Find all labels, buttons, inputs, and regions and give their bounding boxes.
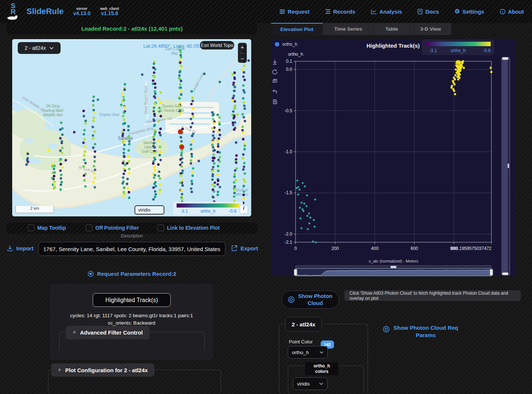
map-data-point (213, 162, 215, 165)
checkbox-link-elevation-plot[interactable]: Link to Elevation Plot (157, 225, 219, 231)
map-data-point (180, 112, 182, 115)
tab-elevation-plot[interactable]: Elevation Plot (271, 23, 323, 35)
map-data-point (159, 128, 162, 130)
nav-settings[interactable]: ⚙ Settings (454, 8, 484, 15)
book-icon (417, 9, 423, 14)
zoom-in-button[interactable]: + (241, 44, 244, 50)
slider-handle-right[interactable] (490, 269, 493, 275)
map-data-point (153, 151, 156, 154)
map-data-point (153, 106, 156, 109)
map-record-selector[interactable]: 2 - atl24x (18, 42, 61, 54)
map-data-point (92, 104, 95, 107)
description-input[interactable] (38, 242, 225, 256)
top-navbar: SR SlideRule server v4.13.0 web_client v… (0, 0, 532, 23)
request-params-title[interactable]: Request Parameters Record:2 (7, 271, 257, 277)
restore-icon[interactable] (273, 70, 277, 74)
map-data-point (84, 162, 87, 164)
checkbox-map-tooltip[interactable]: Map Tooltip (28, 225, 66, 231)
map-info-button[interactable]: i (240, 205, 248, 214)
checkbox-icon[interactable] (28, 225, 34, 231)
plot-colorbar[interactable] (426, 42, 491, 46)
zoom-back-icon[interactable] (273, 90, 277, 93)
map-data-point (93, 117, 95, 119)
map-data-point (93, 155, 96, 158)
slider-handle-bottom[interactable] (502, 273, 508, 275)
zoom-out-button[interactable]: − (241, 55, 244, 62)
show-req-params-link[interactable]: Show Photon Cloud ReqParams (383, 324, 470, 339)
map-data-point (59, 184, 62, 186)
point-color-dropdown[interactable]: ortho_h (288, 346, 328, 359)
map-data-point (154, 190, 157, 193)
map-colormap-select[interactable]: viridis (134, 205, 164, 215)
map-data-point (51, 177, 54, 179)
zoom-more-button[interactable]: ··· (240, 51, 245, 55)
plot-legend-marker[interactable] (275, 42, 279, 47)
map-data-point (124, 83, 126, 86)
map-canvas[interactable]: San CarlosBayTarpon BayGulf ofMexicoJN D… (12, 39, 251, 216)
import-button[interactable]: Import (7, 245, 34, 251)
nav-records[interactable]: Records (325, 8, 355, 15)
scatter-series (296, 179, 317, 243)
map-data-point (154, 131, 157, 133)
slider-handle-top[interactable] (502, 57, 508, 60)
map-data-point (190, 187, 192, 190)
nav-request[interactable]: Request (279, 8, 310, 15)
map-container[interactable]: San CarlosBayTarpon BayGulf ofMexicoJN D… (12, 39, 251, 216)
slider-handle-left[interactable] (294, 269, 297, 275)
map-data-point (122, 96, 125, 99)
map-data-point (141, 73, 144, 76)
plot-config-toggle[interactable]: + Plot Configuration for 2 - atl24x (51, 363, 154, 377)
y-datazoom-slider[interactable] (502, 57, 510, 275)
save-image-icon[interactable] (273, 60, 277, 64)
tab-table[interactable]: Table (374, 23, 410, 35)
show-photon-cloud-button[interactable]: Show PhotonCloud (282, 291, 339, 309)
map-data-point (93, 160, 96, 163)
map-data-point (233, 195, 236, 198)
zoom-select-icon[interactable] (273, 79, 277, 82)
map-data-point (160, 115, 162, 117)
y-axis-name: ortho_h (288, 52, 303, 57)
slider-grip[interactable] (508, 164, 509, 168)
seal-icon (7, 15, 19, 20)
data-view-icon[interactable] (273, 100, 277, 104)
map-data-point (152, 79, 154, 82)
map-data-point (152, 136, 155, 138)
basemap-button[interactable]: Esri World Topo (200, 41, 234, 49)
slider-grip[interactable] (391, 266, 396, 268)
map-data-point (243, 116, 245, 119)
map-data-point (232, 117, 235, 120)
tab-3d-view[interactable]: 3-D View (410, 23, 451, 35)
map-data-point (243, 105, 246, 107)
map-data-point (61, 152, 63, 154)
map-data-point (218, 121, 221, 123)
nav-about[interactable]: About (500, 8, 524, 15)
nav-docs[interactable]: Docs (417, 8, 439, 15)
nav-analysis[interactable]: Analysis (371, 8, 402, 15)
tab-time-series[interactable]: Time Series (323, 23, 374, 35)
map-data-point (178, 71, 181, 73)
checkbox-off-pointing-filter[interactable]: Off Pointing Filter (86, 225, 139, 231)
map-data-point (122, 92, 124, 95)
map-data-point (59, 150, 62, 152)
x-datazoom-slider[interactable] (294, 265, 493, 276)
plot-legend-label[interactable]: ortho_h (282, 42, 297, 47)
checkbox-icon[interactable] (86, 225, 92, 231)
elevation-plot-panel[interactable]: ortho_hHighlighted Track(s)-3.1ortho_h-0… (271, 39, 515, 276)
checkbox-icon[interactable] (157, 225, 164, 231)
elevation-plot-canvas[interactable]: ortho_hHighlighted Track(s)-3.1ortho_h-0… (271, 39, 515, 276)
map-data-point (179, 182, 182, 184)
colormap-dropdown[interactable]: viridis (293, 377, 327, 390)
map-data-point (159, 134, 162, 137)
legend-label: ortho_h (201, 209, 216, 214)
map-data-point (180, 66, 183, 69)
highlighted-tracks-button[interactable]: Highlighted Track(s) (93, 293, 171, 307)
map-data-point (235, 154, 238, 157)
y-tick-label: -0.5 (284, 108, 292, 113)
map-data-point (128, 140, 131, 143)
map-data-point (82, 110, 85, 112)
map-data-point (181, 184, 184, 187)
export-button[interactable]: Export (231, 245, 258, 251)
map-data-point (243, 191, 245, 193)
map-data-point (243, 162, 246, 164)
advanced-filter-toggle[interactable]: + Advanced Filter Control (66, 326, 150, 339)
